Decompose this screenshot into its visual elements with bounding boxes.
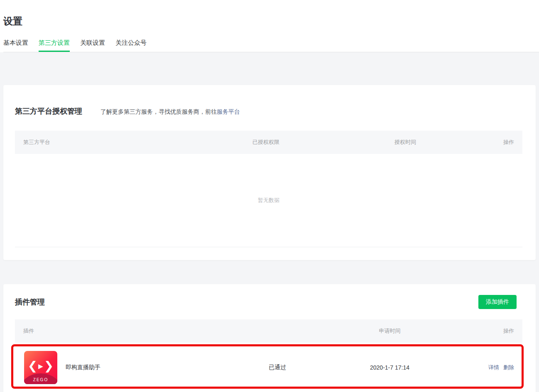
auth-table-empty-state: 暂无数据 <box>15 154 522 247</box>
zego-code-play-glyph: ❮ ▶ ❯ <box>24 360 57 372</box>
zego-logo-icon: ❮ ▶ ❯ ZEGO <box>24 351 57 384</box>
auth-col-auth-time: 授权时间 <box>394 139 481 146</box>
plugin-col-plugin: 插件 <box>15 327 269 335</box>
plugin-col-operations: 操作 <box>432 327 522 335</box>
auth-management-card: 第三方平台授权管理 了解更多第三方服务，寻找优质服务商，前往服务平台 第三方平台… <box>3 85 536 260</box>
tab-basic-settings[interactable]: 基本设置 <box>3 39 28 52</box>
plugin-col-apply-time: 申请时间 <box>347 327 432 335</box>
tab-third-party-settings[interactable]: 第三方设置 <box>39 39 70 52</box>
auth-table-bottom-divider <box>15 247 522 247</box>
tab-bar: 基本设置 第三方设置 关联设置 关注公众号 <box>3 27 539 52</box>
page-header: 设置 基本设置 第三方设置 关联设置 关注公众号 <box>0 0 539 52</box>
content-area: 第三方平台授权管理 了解更多第三方服务，寻找优质服务商，前往服务平台 第三方平台… <box>0 52 539 392</box>
auth-section-description: 了解更多第三方服务，寻找优质服务商，前往服务平台 <box>100 108 240 116</box>
plugin-status: 已通过 <box>269 364 347 371</box>
auth-section-header: 第三方平台授权管理 了解更多第三方服务，寻找优质服务商，前往服务平台 <box>15 85 522 116</box>
delete-link[interactable]: 删除 <box>503 364 514 370</box>
table-row: ❮ ▶ ❯ ZEGO 即构直播助手 已通过 2020-1-7 17:14 详情 … <box>15 343 522 392</box>
page-title: 设置 <box>3 0 539 27</box>
plugin-apply-time: 2020-1-7 17:14 <box>347 364 432 371</box>
card-gap <box>3 260 536 284</box>
plugin-info-cell: ❮ ▶ ❯ ZEGO 即构直播助手 <box>15 351 269 384</box>
add-plugin-button[interactable]: 添加插件 <box>478 295 517 309</box>
auth-col-permissions: 已授权权限 <box>252 139 394 146</box>
service-platform-link[interactable]: 服务平台 <box>217 108 240 115</box>
settings-page: 设置 基本设置 第三方设置 关联设置 关注公众号 第三方平台授权管理 了解更多第… <box>0 0 539 392</box>
plugin-section-header: 插件管理 添加插件 <box>15 284 522 309</box>
tab-association-settings[interactable]: 关联设置 <box>80 39 105 52</box>
auth-table-header: 第三方平台 已授权权限 授权时间 操作 <box>15 131 522 154</box>
plugin-table-header: 插件 申请时间 操作 <box>15 319 522 343</box>
detail-link[interactable]: 详情 <box>488 364 499 370</box>
plugin-management-card: 插件管理 添加插件 插件 申请时间 操作 ❮ ▶ ❯ <box>3 284 536 392</box>
auth-desc-text: 了解更多第三方服务，寻找优质服务商，前往 <box>100 108 217 115</box>
auth-section-title: 第三方平台授权管理 <box>15 106 82 116</box>
tab-follow-official-account[interactable]: 关注公众号 <box>115 39 147 52</box>
zego-wordmark: ZEGO <box>24 377 57 382</box>
plugin-name: 即构直播助手 <box>66 364 100 371</box>
auth-col-platform: 第三方平台 <box>15 139 252 146</box>
auth-col-operations: 操作 <box>481 139 522 146</box>
plugin-operations: 详情 删除 <box>432 364 522 371</box>
plugin-section-title: 插件管理 <box>15 297 45 307</box>
